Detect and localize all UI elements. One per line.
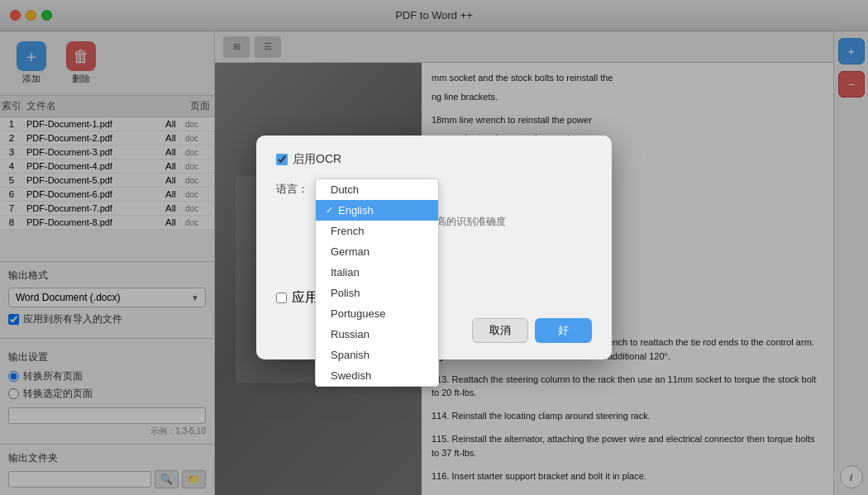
language-option-italian[interactable]: Italian: [316, 262, 438, 283]
lang-label: Spanish: [331, 349, 370, 361]
language-option-dutch[interactable]: Dutch: [316, 179, 438, 200]
language-option-russian[interactable]: Russian: [316, 324, 438, 345]
lang-label: German: [331, 245, 370, 258]
lang-label: French: [331, 225, 364, 237]
enable-ocr-label: 启用OCR: [293, 152, 341, 167]
apply-to-checkbox[interactable]: [276, 293, 287, 303]
ok-button[interactable]: 好: [535, 318, 592, 343]
language-label: 语言：: [276, 178, 308, 197]
language-option-french[interactable]: French: [316, 221, 438, 241]
language-dropdown-list[interactable]: Dutch✓EnglishFrenchGermanItalianPolishPo…: [315, 178, 439, 387]
lang-label: Portuguese: [331, 307, 386, 320]
modal-overlay[interactable]: 启用OCR 语言： Dutch✓EnglishFrenchGermanItali…: [0, 0, 868, 495]
lang-label: Italian: [331, 266, 360, 278]
language-option-spanish[interactable]: Spanish: [316, 345, 438, 365]
language-option-polish[interactable]: Polish: [316, 283, 438, 303]
lang-label: Polish: [331, 287, 360, 299]
language-row: 语言： Dutch✓EnglishFrenchGermanItalianPoli…: [276, 178, 592, 278]
enable-ocr-row: 启用OCR: [276, 152, 592, 167]
lang-label: Russian: [331, 328, 370, 340]
lang-label: Dutch: [331, 183, 359, 196]
language-option-german[interactable]: German: [316, 241, 438, 262]
lang-label: English: [338, 204, 374, 217]
language-option-portuguese[interactable]: Portuguese: [316, 303, 438, 324]
language-option-swedish[interactable]: Swedish: [316, 365, 438, 386]
check-icon: ✓: [326, 205, 333, 216]
cancel-button[interactable]: 取消: [472, 318, 528, 343]
enable-ocr-checkbox[interactable]: [276, 154, 288, 165]
lang-label: Swedish: [331, 369, 371, 382]
language-option-english[interactable]: ✓English: [316, 200, 438, 221]
ocr-modal: 启用OCR 语言： Dutch✓EnglishFrenchGermanItali…: [256, 136, 612, 359]
